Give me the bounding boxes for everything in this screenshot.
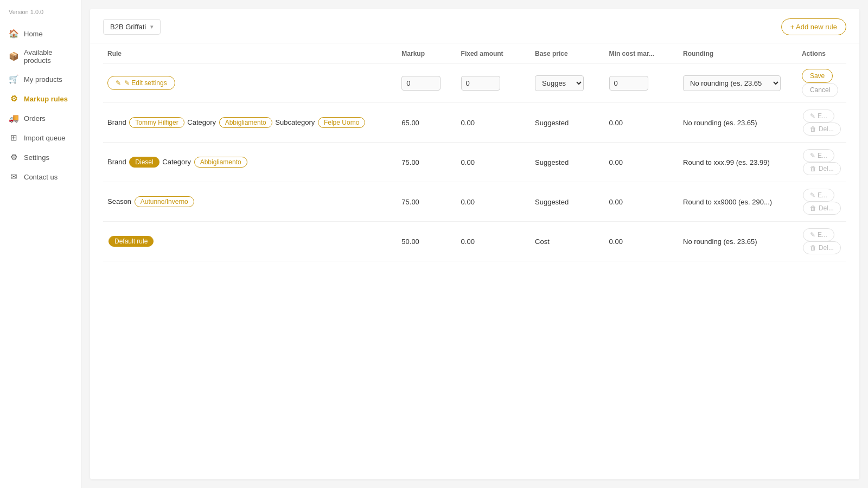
sidebar-item-orders[interactable]: 🚚 Orders [0,108,81,128]
sidebar-item-available-products[interactable]: 📦 Available products [0,43,81,69]
markup-rules-icon: ⚙ [9,94,18,104]
row-4-markup: 50.00 [397,222,456,261]
row-4-rule-cell: Default rule [103,222,397,261]
row-4-fixed-amount: 0.00 [457,222,531,261]
row-2-delete-button[interactable]: 🗑 Del... [803,162,841,175]
sidebar-item-settings[interactable]: ⚙ Settings [0,147,81,167]
col-header-actions: Actions [797,43,846,63]
store-selector[interactable]: B2B Griffati ▾ [103,19,161,35]
sidebar-item-orders-label: Orders [24,114,46,123]
edit-row-mincost-cell [605,63,679,103]
trash-icon: 🗑 [810,165,816,172]
table-row: Brand Tommy Hilfiger Category Abbigliame… [103,103,846,143]
col-header-base-price: Base price [531,43,605,63]
available-products-icon: 📦 [9,52,18,61]
row-4-actions: ✎ E... 🗑 Del... [797,222,846,261]
store-name: B2B Griffati [110,23,146,31]
sidebar-item-available-products-label: Available products [24,48,72,65]
contact-us-icon: ✉ [9,172,18,182]
row-3-actions: ✎ E... 🗑 Del... [797,182,846,222]
row-3-delete-button[interactable]: 🗑 Del... [803,202,841,215]
row-1-category-tag: Abbigliamento [219,117,272,128]
row-3-rule-cell: Season Autunno/Inverno [103,182,397,222]
row-4-rounding: No rounding (es. 23.65) [679,222,797,261]
edit-settings-button[interactable]: ✎ ✎ Edit settings [107,76,175,90]
trash-icon: 🗑 [810,244,816,252]
edit-row-rounding-cell: No rounding (es. 23.65 Round to xxx.99 (… [679,63,797,103]
col-header-rule: Rule [103,43,397,63]
add-new-rule-button[interactable]: + Add new rule [781,18,846,35]
orders-icon: 🚚 [9,113,18,123]
edit-row-actions-cell: Save Cancel [797,63,846,103]
row-2-edit-button[interactable]: ✎ E... [803,149,834,162]
row-1-actions: ✎ E... 🗑 Del... [797,103,846,143]
sidebar-item-contact-us[interactable]: ✉ Contact us [0,167,81,187]
col-header-min-cost: Min cost mar... [605,43,679,63]
edit-settings-label: ✎ Edit settings [124,79,167,87]
rounding-select[interactable]: No rounding (es. 23.65 Round to xxx.99 (… [683,75,781,91]
row-4-delete-button[interactable]: 🗑 Del... [803,241,841,254]
row-2-markup: 75.00 [397,143,456,182]
row-2-rule-type: Brand [107,158,128,166]
home-icon: 🏠 [9,29,18,38]
edit-icon: ✎ [810,112,815,120]
sidebar-item-contact-us-label: Contact us [24,173,58,181]
row-2-rule-cell: Brand Diesel Category Abbigliamento [103,143,397,182]
sidebar-item-my-products[interactable]: 🛒 My products [0,69,81,89]
table-row: Season Autunno/Inverno 75.00 0.00 Sugges… [103,182,846,222]
row-2-delete-label: Del... [819,165,834,172]
row-3-delete-label: Del... [819,204,834,212]
row-4-min-cost: 0.00 [605,222,679,261]
row-3-base-price: Suggested [531,182,605,222]
col-header-fixed-amount: Fixed amount [457,43,531,63]
main-content: B2B Griffati ▾ + Add new rule Rule Marku… [90,9,859,479]
row-4-edit-button[interactable]: ✎ E... [803,228,834,241]
markup-input[interactable] [401,76,441,91]
row-1-min-cost: 0.00 [605,103,679,143]
row-2-fixed-amount: 0.00 [457,143,531,182]
row-2-base-price: Suggested [531,143,605,182]
trash-icon: 🗑 [810,125,816,133]
row-3-rounding: Round to xx9000 (es. 290...) [679,182,797,222]
edit-icon: ✎ [810,152,815,159]
row-3-markup: 75.00 [397,182,456,222]
row-1-subcategory-tag: Felpe Uomo [318,117,365,128]
sidebar-item-import-queue[interactable]: ⊞ Import queue [0,128,81,147]
topbar: B2B Griffati ▾ + Add new rule [90,9,859,43]
row-3-edit-label: E... [818,191,827,199]
row-2-min-cost: 0.00 [605,143,679,182]
row-1-edit-button[interactable]: ✎ E... [803,110,834,123]
row-4-base-price: Cost [531,222,605,261]
row-4-default-tag: Default rule [108,236,154,247]
row-1-category-label: Category [187,118,218,126]
sidebar-item-home[interactable]: 🏠 Home [0,24,81,43]
base-price-select[interactable]: Sugges Cost [535,75,584,91]
fixed-amount-input[interactable] [461,76,500,91]
chevron-down-icon: ▾ [150,23,154,30]
save-button[interactable]: Save [802,69,833,83]
col-header-markup: Markup [397,43,456,63]
sidebar-item-my-products-label: My products [24,75,62,84]
sidebar-item-markup-rules[interactable]: ⚙ Markup rules [0,89,81,108]
my-products-icon: 🛒 [9,74,18,84]
row-3-min-cost: 0.00 [605,182,679,222]
row-2-edit-label: E... [818,152,827,159]
row-3-edit-button[interactable]: ✎ E... [803,189,834,202]
row-1-delete-button[interactable]: 🗑 Del... [803,123,841,136]
table-header-row: Rule Markup Fixed amount Base price Min … [103,43,846,63]
rules-table: Rule Markup Fixed amount Base price Min … [103,43,846,261]
import-queue-icon: ⊞ [9,133,18,143]
row-1-rounding: No rounding (es. 23.65) [679,103,797,143]
row-3-rule-type: Season [107,197,133,206]
min-cost-input[interactable] [609,76,648,91]
row-2-rounding: Round to xxx.99 (es. 23.99) [679,143,797,182]
edit-row: ✎ ✎ Edit settings Sugges Cost [103,63,846,103]
settings-icon: ⚙ [9,152,18,162]
row-2-brand-tag: Diesel [129,157,159,168]
cancel-button[interactable]: Cancel [802,83,838,97]
edit-icon: ✎ [810,231,815,239]
row-2-category-label: Category [162,158,193,166]
edit-icon: ✎ [116,79,121,87]
version-label: Version 1.0.0 [0,9,81,24]
table-row: Default rule 50.00 0.00 Cost 0.00 No rou… [103,222,846,261]
